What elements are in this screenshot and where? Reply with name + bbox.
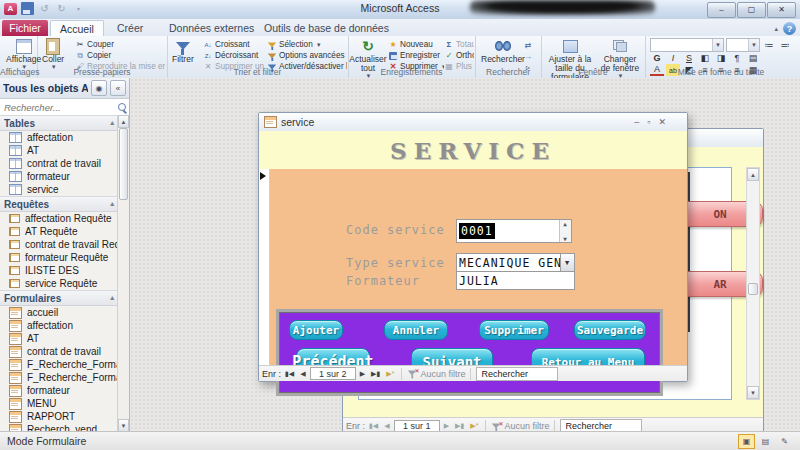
ajouter-button[interactable]: Ajouter	[289, 320, 343, 340]
sauvegarde-button[interactable]: Sauvegarde	[574, 320, 646, 340]
design-view-toggle-icon[interactable]: ✎	[776, 434, 793, 449]
nav-item-form[interactable]: MENU	[0, 397, 118, 410]
scrollbar-thumb[interactable]	[748, 283, 758, 295]
orthographe-button[interactable]: ✓Orthographe	[444, 50, 474, 61]
nav-item-form[interactable]: F_Recherche_Formateur	[0, 358, 118, 371]
shutter-close-icon[interactable]: «	[110, 80, 126, 96]
close-icon[interactable]: ✕	[658, 118, 666, 127]
nav-item-table[interactable]: contrat de travail	[0, 157, 118, 170]
nav-item-table[interactable]: formateur	[0, 170, 118, 183]
filter-status[interactable]: Aucun filtre	[407, 369, 465, 379]
nav-item-table[interactable]: affectation	[0, 131, 118, 144]
form-view-toggle-icon[interactable]: ▣	[738, 434, 755, 449]
tab-creer[interactable]: Créer	[108, 20, 152, 36]
nav-item-form[interactable]: formateur	[0, 384, 118, 397]
menu-scrollbar[interactable]: ▲ ▼	[746, 167, 760, 400]
last-record-icon[interactable]: ▶▮	[453, 422, 466, 430]
nav-group-formulaires[interactable]: Formulaires▴	[0, 290, 118, 306]
tab-accueil[interactable]: Accueil	[50, 20, 104, 37]
next-record-icon[interactable]: ▶	[358, 370, 367, 378]
italic-button[interactable]: I	[666, 52, 680, 64]
nav-item-form[interactable]: AT	[0, 332, 118, 345]
options-avancees-button[interactable]: Options avancées▼	[267, 50, 347, 61]
scroll-down-icon[interactable]: ▼	[747, 386, 759, 399]
text-direction-button[interactable]: ¶	[730, 52, 744, 64]
rechercher-button[interactable]: Rechercher	[481, 38, 525, 64]
nav-item-form[interactable]: F_Recherche_Formateur1	[0, 371, 118, 384]
nav-group-requetes[interactable]: Requêtes▴	[0, 196, 118, 212]
numbering-button[interactable]: ≕	[778, 39, 792, 51]
scrollbar-thumb[interactable]	[119, 128, 128, 200]
record-search-box[interactable]: Rechercher	[476, 367, 558, 381]
filtrer-button[interactable]: Filtrer	[172, 38, 194, 64]
previous-record-icon[interactable]: ◀	[298, 370, 307, 378]
couper-button[interactable]: ✂Couper	[75, 39, 165, 50]
decrease-indent-button[interactable]: ◧	[698, 52, 712, 64]
nav-item-table[interactable]: service	[0, 183, 118, 196]
maximize-button[interactable]: ▢	[737, 2, 766, 18]
nav-search-input[interactable]	[0, 99, 114, 115]
search-icon[interactable]	[114, 99, 129, 115]
last-record-icon[interactable]: ▶▮	[369, 370, 382, 378]
affichage-button[interactable]: Affichage▼	[6, 38, 41, 70]
tab-fichier[interactable]: Fichier	[2, 20, 48, 36]
record-selector-bar[interactable]	[259, 169, 270, 366]
scroll-up-icon[interactable]: ▲	[118, 115, 129, 128]
decroissant-button[interactable]: Z↓Décroissant	[203, 50, 265, 61]
datasheet-view-toggle-icon[interactable]: ▤	[757, 434, 774, 449]
copier-button[interactable]: ⧉Copier	[75, 50, 165, 61]
selection-button[interactable]: Sélection▼	[267, 39, 347, 50]
code-service-field[interactable]: 0001 ▲▼	[456, 219, 572, 243]
tab-donnees-externes[interactable]: Données externes	[160, 20, 263, 36]
filter-status[interactable]: Aucun filtre	[491, 421, 549, 431]
record-position-box[interactable]: 1 sur 2	[310, 367, 356, 380]
nav-item-query[interactable]: service Requête	[0, 277, 118, 290]
atteindre-button[interactable]: →	[523, 51, 537, 62]
new-record-icon[interactable]: ▶*	[384, 370, 396, 378]
nouveau-button[interactable]: ★Nouveau	[388, 39, 444, 50]
tab-outils-bdd[interactable]: Outils de base de données	[255, 20, 398, 36]
window-titlebar[interactable]: A ↺ ↻ ▾ Microsoft Access – ▢ ✕	[0, 0, 800, 20]
nav-item-query[interactable]: ILISTE DES	[0, 264, 118, 277]
nav-pane-scrollbar[interactable]: ▲ ▼	[117, 115, 129, 432]
combo-dropdown-icon[interactable]: ▼	[560, 254, 574, 271]
increase-indent-button[interactable]: ◨	[714, 52, 728, 64]
minimize-button[interactable]: –	[707, 2, 736, 18]
field-scrollbar[interactable]: ▲▼	[559, 220, 571, 242]
underline-button[interactable]: S	[682, 52, 696, 64]
nav-item-query[interactable]: affectation Requête	[0, 212, 118, 225]
first-record-icon[interactable]: ▮◀	[283, 370, 296, 378]
nav-item-query[interactable]: formateur Requête	[0, 251, 118, 264]
nav-group-tables[interactable]: Tables▴	[0, 115, 118, 131]
previous-record-icon[interactable]: ◀	[382, 422, 391, 430]
nav-item-query[interactable]: AT Requête	[0, 225, 118, 238]
enregistrer-button[interactable]: Enregistrer	[388, 50, 444, 61]
next-record-icon[interactable]: ▶	[442, 422, 451, 430]
nav-item-form[interactable]: accueil	[0, 306, 118, 319]
minimize-icon[interactable]: –	[634, 118, 639, 127]
nav-item-table[interactable]: AT	[0, 144, 118, 157]
scroll-up-icon[interactable]: ▲	[747, 168, 759, 181]
coller-button[interactable]: Coller▼	[42, 38, 64, 70]
supprimer-button[interactable]: Supprimer	[479, 320, 549, 340]
minimize-ribbon-icon[interactable]: ▴	[774, 25, 778, 33]
close-button[interactable]: ✕	[767, 2, 796, 18]
nav-pane-menu-icon[interactable]: ◉	[91, 80, 107, 96]
paragraph-marks-button[interactable]: ▤	[746, 52, 760, 64]
restore-icon[interactable]: ▫	[647, 118, 650, 127]
formateur-field[interactable]: JULIA	[456, 271, 575, 290]
croissant-button[interactable]: A↓Croissant	[203, 39, 265, 50]
font-size-combo[interactable]: ▼	[726, 38, 760, 52]
new-record-icon[interactable]: ▶*	[468, 422, 480, 430]
annuler-button[interactable]: Annuler	[384, 320, 448, 340]
bullets-button[interactable]: ≔	[762, 39, 776, 51]
bold-button[interactable]: G	[650, 52, 664, 64]
nav-item-query[interactable]: contrat de travail Requête	[0, 238, 118, 251]
first-record-icon[interactable]: ▮◀	[367, 422, 380, 430]
nav-item-form[interactable]: affectation	[0, 319, 118, 332]
remplacer-button[interactable]: ⇄	[523, 40, 537, 51]
totaux-button[interactable]: ΣTotaux	[444, 39, 474, 50]
help-icon[interactable]: ?	[783, 22, 796, 35]
nav-item-form[interactable]: contrat de travail	[0, 345, 118, 358]
font-family-combo[interactable]: ▼	[650, 38, 724, 52]
